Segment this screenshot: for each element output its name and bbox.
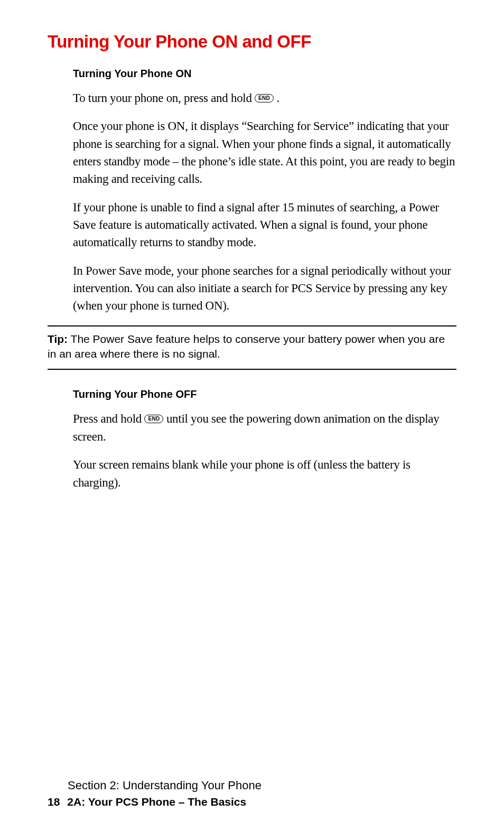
end-key-icon: END <box>255 94 274 102</box>
section-on-title: Turning Your Phone ON <box>73 68 456 80</box>
section-on-para2: Once your phone is ON, it displays “Sear… <box>73 117 456 188</box>
section-on-intro: To turn your phone on, press and hold EN… <box>73 89 456 107</box>
page-footer: Section 2: Understanding Your Phone 182A… <box>48 779 262 808</box>
page-number: 18 <box>48 796 60 808</box>
section-on: Turning Your Phone ON To turn your phone… <box>48 68 456 315</box>
section-off-title: Turning Your Phone OFF <box>73 388 456 400</box>
section-off-para1: Press and hold END until you see the pow… <box>73 410 456 445</box>
section-on-para3: If your phone is unable to find a signal… <box>73 199 456 251</box>
intro-text-pre: To turn your phone on, press and hold <box>73 91 255 105</box>
footer-chapter-line: 182A: Your PCS Phone – The Basics <box>48 796 262 808</box>
tip-text: The Power Save feature helps to conserve… <box>48 333 445 360</box>
section-on-para4: In Power Save mode, your phone searches … <box>73 262 456 315</box>
tip-label: Tip: <box>48 333 68 345</box>
section-off-para2: Your screen remains blank while your pho… <box>73 456 456 491</box>
off-para1-pre: Press and hold <box>73 412 144 425</box>
end-key-icon: END <box>144 415 163 423</box>
page-heading: Turning Your Phone ON and OFF <box>48 32 456 52</box>
footer-section-line: Section 2: Understanding Your Phone <box>48 779 262 792</box>
section-off: Turning Your Phone OFF Press and hold EN… <box>48 388 456 491</box>
footer-chapter: 2A: Your PCS Phone – The Basics <box>67 796 246 808</box>
tip-box: Tip: The Power Save feature helps to con… <box>48 325 456 370</box>
intro-text-post: . <box>274 91 279 105</box>
